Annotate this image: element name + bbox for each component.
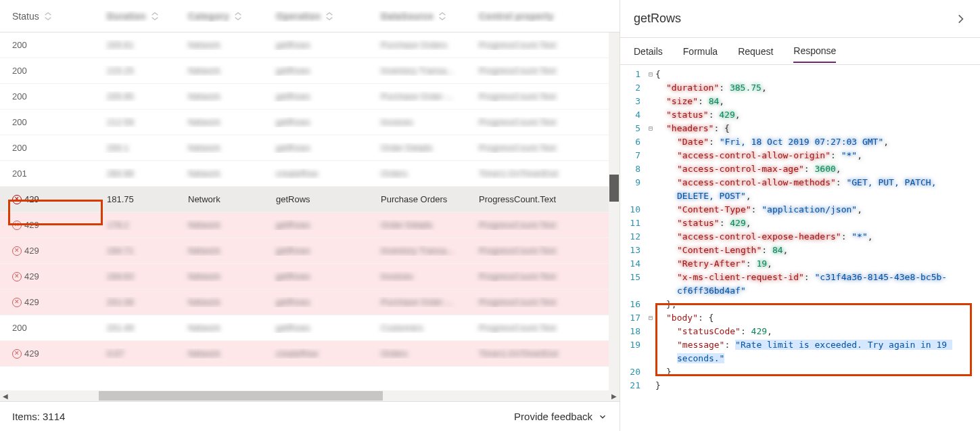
- grid-footer: Items: 3114 Provide feedback: [0, 401, 620, 431]
- col-header-duration[interactable]: Duration: [100, 11, 181, 22]
- code-line: 11"status": 429,: [620, 217, 980, 230]
- sort-icon: [325, 12, 334, 21]
- grid-header-row: Status Duration Category Operation DataS…: [0, 0, 620, 32]
- code-line: 12"access-control-expose-headers": "*",: [620, 230, 980, 244]
- horizontal-scrollbar[interactable]: ◀ ▶: [0, 390, 620, 401]
- code-line: 18"statusCode": 429,: [620, 325, 980, 338]
- table-row[interactable]: 429201.08NetworkgetRowsPurchase Order ..…: [0, 290, 620, 315]
- col-header-category[interactable]: Category: [181, 11, 269, 22]
- sort-icon: [43, 12, 53, 21]
- col-header-datasource[interactable]: DataSource: [374, 11, 472, 22]
- code-line: 4"status": 429,: [620, 108, 980, 122]
- provide-feedback-label: Provide feedback: [514, 411, 592, 422]
- h-scroll-track[interactable]: [11, 390, 609, 401]
- col-header-operation[interactable]: Operation: [269, 11, 374, 22]
- table-row[interactable]: 200201.49NetworkgetRowsCustomersProgress…: [0, 315, 620, 341]
- grid-body[interactable]: 200205.61NetworkgetRowsPurchase OrdersPr…: [0, 32, 620, 384]
- tab-request[interactable]: Request: [738, 41, 773, 62]
- monitor-grid-panel: Status Duration Category Operation DataS…: [0, 0, 620, 431]
- detail-title: getRows: [634, 12, 681, 26]
- code-line: 19"message": "Rate limit is exceeded. Tr…: [620, 338, 980, 365]
- table-row[interactable]: 200200.1NetworkgetRowsOrder DetailsProgr…: [0, 135, 620, 161]
- h-scroll-thumb[interactable]: [99, 391, 383, 401]
- error-icon: [12, 272, 22, 281]
- response-code-pane[interactable]: 1⊟{2"duration": 385.75,3"size": 84,4"sta…: [620, 65, 980, 431]
- scroll-left-arrow[interactable]: ◀: [0, 390, 11, 401]
- code-line: 2"duration": 385.75,: [620, 81, 980, 95]
- code-line: 5⊟"headers": {: [620, 122, 980, 135]
- col-header-category-label: Category: [188, 11, 229, 22]
- tab-formula[interactable]: Formula: [683, 41, 718, 62]
- table-row[interactable]: 200205.95NetworkgetRowsPurchase Order ..…: [0, 84, 620, 110]
- code-line: 6"Date": "Fri, 18 Oct 2019 07:27:03 GMT"…: [620, 135, 980, 149]
- col-header-control[interactable]: Control property: [472, 11, 601, 22]
- code-line: 16},: [620, 298, 980, 311]
- detail-tabs: Details Formula Request Response: [620, 38, 980, 65]
- col-header-control-label: Control property: [479, 11, 553, 22]
- error-icon: [12, 349, 22, 359]
- error-icon: [12, 195, 22, 204]
- sort-icon: [150, 12, 160, 21]
- code-line: 1⊟{: [620, 68, 980, 81]
- tab-response[interactable]: Response: [793, 40, 836, 63]
- items-count: Items: 3114: [12, 411, 65, 422]
- col-header-status-label: Status: [12, 11, 39, 22]
- provide-feedback-button[interactable]: Provide feedback: [514, 411, 607, 422]
- detail-header: getRows: [620, 0, 980, 38]
- table-row[interactable]: 201260.98NetworkcreateRowOrdersTimer1.On…: [0, 161, 620, 187]
- code-line: 20}: [620, 365, 980, 379]
- code-line: 21}: [620, 379, 980, 392]
- chevron-down-icon: [598, 412, 607, 422]
- table-row[interactable]: 4290.07NetworkcreateRowOrdersTimer1.OnTi…: [0, 341, 620, 367]
- scroll-right-arrow[interactable]: ▶: [609, 390, 620, 401]
- grid: Status Duration Category Operation DataS…: [0, 0, 620, 384]
- chevron-right-icon[interactable]: [954, 13, 966, 25]
- table-row[interactable]: 200215.25NetworkgetRowsInventory Transa.…: [0, 58, 620, 84]
- v-scroll-thumb[interactable]: [609, 175, 619, 202]
- vertical-scrollbar[interactable]: [609, 32, 620, 390]
- sort-icon: [233, 12, 243, 21]
- code-line: 10"Content-Type": "application/json",: [620, 203, 980, 217]
- table-row[interactable]: 429178.2NetworkgetRowsOrder DetailsProgr…: [0, 212, 620, 238]
- code-line: 14"Retry-After": 19,: [620, 257, 980, 271]
- table-row[interactable]: 200212.59NetworkgetRowsInvoicesProgressC…: [0, 110, 620, 135]
- code-line: 13"Content-Length": 84,: [620, 244, 980, 257]
- table-row[interactable]: 200205.61NetworkgetRowsPurchase OrdersPr…: [0, 32, 620, 58]
- code-line: 8"access-control-max-age": 3600,: [620, 162, 980, 176]
- table-row[interactable]: 429181.75NetworkgetRowsPurchase OrdersPr…: [0, 187, 620, 212]
- detail-panel: getRows Details Formula Request Response…: [620, 0, 980, 431]
- error-icon: [12, 221, 22, 230]
- tab-details[interactable]: Details: [634, 41, 663, 62]
- grid-wrapper: Status Duration Category Operation DataS…: [0, 0, 620, 390]
- error-icon: [12, 298, 22, 307]
- error-icon: [12, 246, 22, 256]
- code-line: 3"size": 84,: [620, 95, 980, 108]
- sort-icon: [438, 12, 447, 21]
- table-row[interactable]: 429194.63NetworkgetRowsInvoicesProgressC…: [0, 264, 620, 290]
- code-line: 7"access-control-allow-origin": "*",: [620, 149, 980, 162]
- col-header-status[interactable]: Status: [5, 11, 100, 22]
- col-header-datasource-label: DataSource: [381, 11, 434, 22]
- table-row[interactable]: 429194.71NetworkgetRowsInventory Transa.…: [0, 238, 620, 264]
- col-header-operation-label: Operation: [276, 11, 321, 22]
- code-line: 17⊟"body": {: [620, 311, 980, 325]
- code-line: 15"x-ms-client-request-id": "c31f4a36-81…: [620, 271, 980, 298]
- code-line: 9"access-control-allow-methods": "GET, P…: [620, 176, 980, 203]
- col-header-duration-label: Duration: [107, 11, 146, 22]
